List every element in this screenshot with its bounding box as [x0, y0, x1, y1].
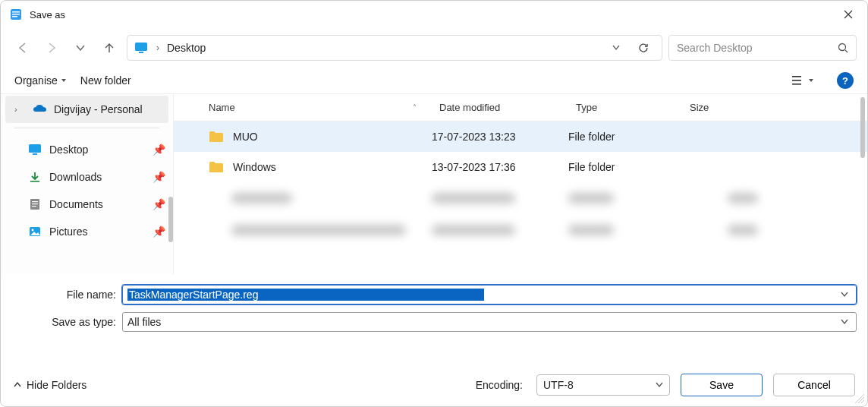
filename-dropdown-button[interactable] [838, 291, 851, 298]
nav-row: › Desktop Search Desktop [1, 28, 867, 68]
file-type: File folder [568, 131, 682, 143]
svg-rect-7 [792, 76, 801, 77]
hide-folders-button[interactable]: Hide Folders [13, 379, 86, 391]
chevron-down-icon [841, 318, 848, 326]
refresh-button[interactable] [630, 42, 657, 54]
new-folder-button[interactable]: New folder [80, 74, 131, 87]
breadcrumb-chevron-icon: › [153, 43, 162, 53]
svg-rect-1 [12, 11, 20, 13]
sidebar-item-documents[interactable]: Documents 📌 [1, 191, 173, 218]
search-placeholder: Search Desktop [677, 42, 838, 54]
chevron-right-icon: › [14, 105, 25, 114]
help-button[interactable]: ? [837, 72, 854, 89]
window-title: Save as [30, 9, 65, 21]
column-header-size[interactable]: Size [682, 102, 758, 113]
file-name: Windows [233, 161, 276, 173]
arrow-up-icon [102, 41, 116, 55]
svg-rect-15 [32, 204, 38, 204]
chevron-down-icon [841, 291, 848, 298]
search-input[interactable]: Search Desktop [668, 35, 857, 61]
chevron-down-icon [612, 43, 621, 52]
breadcrumb-location[interactable]: Desktop [167, 42, 206, 54]
column-headers: Name ˄ Date modified Type Size [174, 94, 867, 121]
downloads-icon [28, 170, 42, 184]
sidebar-item-label: Documents [49, 198, 145, 210]
svg-rect-16 [32, 206, 36, 207]
sort-asc-icon: ˄ [413, 103, 417, 112]
pin-icon: 📌 [153, 198, 165, 210]
filename-label: File name: [11, 289, 116, 301]
svg-rect-9 [792, 84, 801, 85]
sidebar-item-downloads[interactable]: Downloads 📌 [1, 163, 173, 191]
refresh-icon [637, 42, 649, 54]
file-scrollbar[interactable] [860, 97, 865, 158]
arrow-right-icon [45, 41, 58, 55]
svg-rect-5 [139, 52, 143, 53]
resize-grip-icon[interactable] [855, 394, 866, 405]
savetype-label: Save as type: [11, 316, 116, 328]
address-dropdown-button[interactable] [607, 43, 625, 52]
nav-up-button[interactable] [98, 36, 121, 59]
savetype-value: All files [127, 316, 483, 328]
onedrive-icon [33, 103, 46, 116]
chevron-down-icon [656, 381, 663, 389]
nav-recent-button[interactable] [69, 36, 92, 59]
folder-icon [209, 161, 224, 173]
titlebar: Save as [1, 1, 867, 28]
file-type: File folder [568, 161, 682, 173]
encoding-select[interactable]: UTF-8 [536, 374, 670, 396]
column-header-type[interactable]: Type [568, 102, 682, 113]
redacted-row [174, 182, 867, 214]
redacted-row [174, 214, 867, 246]
svg-rect-3 [12, 16, 17, 17]
savetype-select[interactable]: All files [122, 312, 857, 332]
nav-forward-button[interactable] [40, 36, 63, 59]
sidebar-item-label: Downloads [49, 171, 145, 183]
svg-rect-11 [33, 153, 37, 155]
svg-point-18 [32, 229, 34, 232]
savetype-dropdown-button[interactable] [838, 318, 851, 326]
search-icon [838, 43, 848, 53]
list-view-icon [792, 75, 806, 86]
file-row[interactable]: MUO 17-07-2023 13:23 File folder [174, 121, 867, 152]
column-header-date[interactable]: Date modified [432, 102, 568, 113]
folder-icon [209, 131, 224, 143]
sidebar-item-pictures[interactable]: Pictures 📌 [1, 218, 173, 245]
svg-rect-8 [792, 80, 801, 81]
column-header-name[interactable]: Name ˄ [174, 102, 432, 113]
save-form: File name: TaskManagerStartPage.reg Save… [1, 274, 867, 344]
file-date: 17-07-2023 13:23 [432, 131, 568, 143]
sidebar-account[interactable]: › Digvijay - Personal [5, 96, 168, 123]
address-bar[interactable]: › Desktop [127, 35, 662, 61]
pin-icon: 📌 [153, 171, 165, 183]
dropdown-caret-icon [61, 77, 67, 84]
sidebar-account-label: Digvijay - Personal [54, 103, 161, 115]
nav-sidebar: › Digvijay - Personal Desktop 📌 Download… [1, 94, 174, 274]
view-options-button[interactable] [790, 70, 816, 91]
dialog-footer: Hide Folders Encoding: UTF-8 Save Cancel [1, 364, 867, 406]
nav-back-button[interactable] [11, 36, 34, 59]
toolbar: Organise New folder ? [1, 68, 867, 93]
sidebar-scrollbar[interactable] [168, 197, 173, 242]
filename-input[interactable]: TaskManagerStartPage.reg [122, 285, 857, 304]
svg-rect-14 [32, 201, 38, 202]
close-icon [844, 10, 853, 19]
desktop-icon [28, 143, 42, 156]
organise-menu[interactable]: Organise [14, 74, 67, 87]
close-button[interactable] [831, 4, 866, 25]
file-date: 13-07-2023 17:36 [432, 161, 568, 173]
sidebar-item-desktop[interactable]: Desktop 📌 [1, 136, 173, 163]
location-monitor-icon [134, 40, 149, 55]
sidebar-item-label: Pictures [49, 226, 145, 238]
file-list-pane: Name ˄ Date modified Type Size MUO 17-07… [174, 94, 867, 274]
svg-rect-10 [29, 144, 41, 153]
pictures-icon [28, 225, 42, 238]
pin-icon: 📌 [153, 226, 165, 238]
arrow-left-icon [16, 41, 30, 55]
file-row[interactable]: Windows 13-07-2023 17:36 File folder [174, 152, 867, 182]
chevron-down-icon [75, 43, 86, 53]
documents-icon [28, 197, 42, 211]
save-button[interactable]: Save [681, 374, 763, 396]
cancel-button[interactable]: Cancel [773, 374, 855, 396]
svg-rect-4 [135, 43, 147, 51]
